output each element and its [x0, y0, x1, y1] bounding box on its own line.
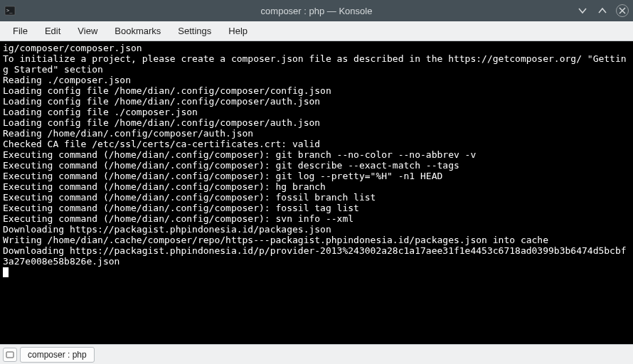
terminal-cursor — [3, 267, 9, 277]
close-button[interactable] — [616, 4, 629, 17]
window-title: composer : php — Konsole — [261, 6, 373, 16]
menu-help[interactable]: Help — [221, 23, 255, 39]
window-titlebar: >_ composer : php — Konsole — [0, 0, 633, 21]
svg-text:>_: >_ — [6, 8, 13, 14]
app-icon: >_ — [4, 5, 16, 16]
tab-active[interactable]: composer : php — [20, 347, 95, 363]
maximize-button[interactable] — [596, 4, 609, 17]
tab-label: composer : php — [28, 350, 87, 360]
minimize-button[interactable] — [576, 4, 589, 17]
svg-rect-2 — [6, 352, 14, 358]
menu-file[interactable]: File — [6, 23, 35, 39]
menu-edit[interactable]: Edit — [38, 23, 68, 39]
new-tab-button[interactable] — [3, 348, 17, 362]
window-controls — [576, 4, 629, 17]
terminal-output[interactable]: ig/composer/composer.json To initialize … — [0, 41, 633, 344]
menu-settings[interactable]: Settings — [171, 23, 218, 39]
menu-bookmarks[interactable]: Bookmarks — [107, 23, 168, 39]
menu-view[interactable]: View — [70, 23, 105, 39]
tab-bar: composer : php — [0, 344, 633, 364]
menubar: File Edit View Bookmarks Settings Help — [0, 21, 633, 41]
